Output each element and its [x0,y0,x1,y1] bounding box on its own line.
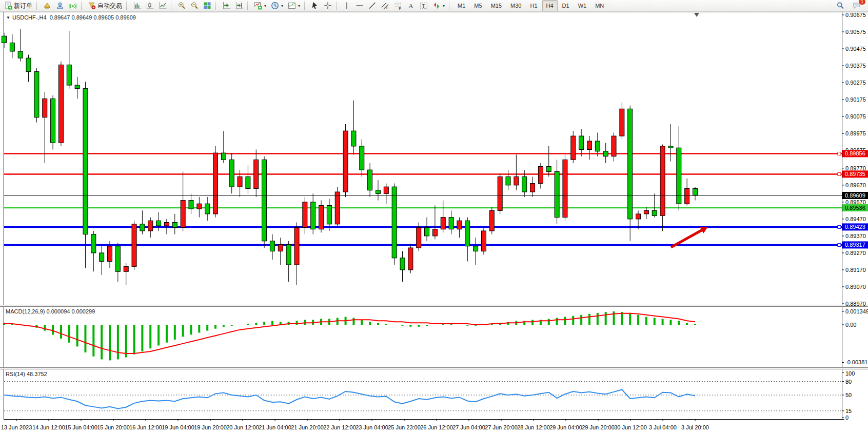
timeframe-h4-button[interactable]: H4 [542,0,558,11]
new-chart-icon [254,2,262,10]
candle [620,109,624,136]
price-badge-0.89735[interactable]: 0.89735 [842,170,868,178]
candle [262,160,267,241]
price-badge-0.89856[interactable]: 0.89856 [842,150,868,157]
tile-windows-icon [203,2,211,10]
trendline-icon[interactable] [366,0,379,11]
text-icon[interactable]: A [405,0,417,11]
chat-button[interactable]: 1 [851,0,863,11]
chart-canvas[interactable]: 0.906750.905750.904750.903750.902750.901… [0,12,868,433]
price-badge-0.89536[interactable]: 0.89536 [842,204,868,211]
candle [368,170,372,190]
chart-window[interactable]: 0.906750.905750.904750.903750.902750.901… [0,12,868,433]
autoscroll-icon[interactable] [220,0,232,11]
timeframe-mn-button[interactable]: MN [591,0,608,11]
chevron-down-icon[interactable]: ▾ [298,4,300,8]
candle [668,146,673,148]
svg-text:0.90475: 0.90475 [845,46,866,52]
svg-text:27 Jun 20:00: 27 Jun 20:00 [485,424,518,430]
autotrade-button[interactable]: 自动交易 [86,0,124,11]
svg-text:15 Jun 20:00: 15 Jun 20:00 [97,424,130,430]
timeframe-m5-button[interactable]: M5 [470,0,486,11]
community-icon[interactable] [54,0,66,11]
svg-text:0.88970: 0.88970 [845,301,866,307]
channel-icon[interactable]: E [379,0,391,11]
hline-icon[interactable] [353,0,366,11]
candle [571,136,576,160]
profiles-icon[interactable]: ▾ [269,0,285,11]
hline-handle[interactable] [838,152,841,155]
candle [10,43,14,51]
svg-text:0.89609: 0.89609 [845,192,865,199]
svg-text:0.89856: 0.89856 [845,150,865,156]
candle [181,201,185,228]
price-badge-0.89423[interactable]: 0.89423 [842,223,868,230]
zoom-in-icon [177,2,186,10]
timeframe-m1-button[interactable]: M1 [453,0,469,11]
svg-text:19 Jun 04:00: 19 Jun 04:00 [162,424,194,430]
candle [343,131,348,192]
indicators-icon [288,2,296,10]
cursor-icon [311,2,319,10]
zoom-out-icon [190,2,199,10]
line-chart-icon [159,2,167,10]
candle [172,223,177,228]
bar-chart-icon[interactable] [131,0,143,11]
candle [197,204,202,209]
hline-handle[interactable] [838,172,841,175]
svg-text:0.90375: 0.90375 [845,63,866,69]
trendline-icon [368,2,377,10]
candle [636,214,641,219]
candle [408,248,413,270]
crosshair-icon[interactable] [322,0,334,11]
svg-text:16 Jun 12:00: 16 Jun 12:00 [129,424,162,430]
fibonacci-icon[interactable]: F [392,0,404,11]
indicators-icon[interactable]: ▾ [286,0,302,11]
candle [506,176,510,185]
hline-handle[interactable] [838,225,841,228]
search-button[interactable] [834,0,846,11]
hline-handle[interactable] [838,243,841,246]
candle [579,136,584,149]
chevron-down-icon[interactable]: ▾ [443,4,445,8]
candle [498,176,502,210]
svg-text:F: F [399,7,401,10]
candle [514,176,519,185]
chart-shift-icon[interactable] [233,0,245,11]
zoom-out-icon[interactable] [188,0,201,11]
timeframe-m30-button[interactable]: M30 [506,0,525,11]
chevron-down-icon[interactable]: ▾ [264,4,266,8]
cursor-icon[interactable] [309,0,321,11]
zoom-in-icon[interactable] [175,0,188,11]
new-chart-icon[interactable]: ▾ [252,0,268,11]
new-order-button[interactable]: 新订单 [2,0,34,11]
timeframe-d1-button[interactable]: D1 [558,0,574,11]
candle [270,241,274,251]
signals-icon[interactable] [67,0,79,11]
svg-text:0.89536: 0.89536 [845,205,865,211]
line-chart-icon[interactable] [156,0,169,11]
new-order-icon [4,2,12,10]
timeframe-h1-button[interactable]: H1 [526,0,541,11]
chevron-down-icon[interactable]: ▾ [281,4,283,8]
tile-windows-icon[interactable] [201,0,213,11]
timeframe-m15-button[interactable]: M15 [487,0,506,11]
vline-icon[interactable] [341,0,353,11]
candle [457,221,462,229]
candlestick-icon[interactable] [144,0,156,11]
current-price-badge[interactable]: 0.89609 [842,192,868,199]
candle [335,192,340,224]
candle [563,160,567,217]
text-icon: A [407,2,415,10]
svg-text:0.89317: 0.89317 [845,242,865,248]
candle [294,227,299,265]
price-badge-0.89317[interactable]: 0.89317 [842,241,868,248]
timeframe-w1-button[interactable]: W1 [574,0,591,11]
label-icon[interactable]: T [418,0,430,11]
candle [693,188,698,195]
svg-text:14 Jun 12:00: 14 Jun 12:00 [32,424,65,430]
market-icon[interactable] [41,0,53,11]
candle [189,201,193,209]
candle [465,221,470,246]
shapes-icon[interactable]: ▾ [430,0,447,11]
